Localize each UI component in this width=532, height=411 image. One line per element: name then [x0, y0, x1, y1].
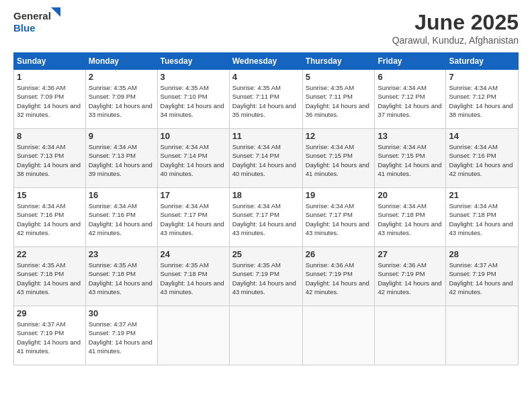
day-info: Sunrise: 4:37 AM Sunset: 7:19 PM Dayligh…: [89, 320, 154, 355]
day-info: Sunrise: 4:35 AM Sunset: 7:18 PM Dayligh…: [17, 261, 83, 296]
day-number: 9: [89, 131, 154, 141]
calendar-cell: 20 Sunrise: 4:34 AM Sunset: 7:18 PM Dayl…: [375, 188, 446, 247]
day-info: Sunrise: 4:36 AM Sunset: 7:09 PM Dayligh…: [17, 83, 83, 119]
calendar-cell: [157, 306, 229, 365]
day-number: 11: [232, 131, 300, 141]
day-number: 5: [306, 72, 372, 82]
col-tuesday: Tuesday: [157, 53, 229, 70]
calendar-cell: 26 Sunrise: 4:36 AM Sunset: 7:19 PM Dayl…: [302, 247, 375, 306]
calendar-cell: 24 Sunrise: 4:35 AM Sunset: 7:18 PM Dayl…: [157, 247, 229, 306]
day-info: Sunrise: 4:34 AM Sunset: 7:13 PM Dayligh…: [17, 142, 83, 178]
day-number: 16: [89, 190, 154, 200]
col-friday: Friday: [375, 53, 446, 70]
calendar-cell: 21 Sunrise: 4:34 AM Sunset: 7:18 PM Dayl…: [446, 188, 519, 247]
day-number: 6: [378, 72, 443, 82]
calendar-cell: 4 Sunrise: 4:35 AM Sunset: 7:11 PM Dayli…: [229, 70, 302, 129]
day-number: 27: [378, 249, 443, 259]
calendar-cell: 10 Sunrise: 4:34 AM Sunset: 7:14 PM Dayl…: [157, 129, 229, 188]
day-number: 17: [161, 190, 226, 200]
calendar-cell: [229, 306, 302, 365]
day-info: Sunrise: 4:34 AM Sunset: 7:18 PM Dayligh…: [378, 201, 443, 237]
day-info: Sunrise: 4:34 AM Sunset: 7:14 PM Dayligh…: [161, 142, 226, 178]
day-info: Sunrise: 4:34 AM Sunset: 7:13 PM Dayligh…: [89, 142, 154, 178]
day-number: 15: [17, 190, 83, 200]
day-number: 22: [17, 249, 83, 259]
day-number: 3: [161, 72, 226, 82]
day-info: Sunrise: 4:35 AM Sunset: 7:19 PM Dayligh…: [232, 261, 300, 296]
calendar-cell: 12 Sunrise: 4:34 AM Sunset: 7:15 PM Dayl…: [302, 129, 375, 188]
day-info: Sunrise: 4:35 AM Sunset: 7:09 PM Dayligh…: [89, 83, 154, 119]
calendar-week-row: 29 Sunrise: 4:37 AM Sunset: 7:19 PM Dayl…: [14, 306, 519, 365]
calendar-cell: 1 Sunrise: 4:36 AM Sunset: 7:09 PM Dayli…: [14, 70, 86, 129]
month-title: June 2025: [392, 10, 519, 35]
calendar-cell: [375, 306, 446, 365]
day-number: 23: [89, 249, 154, 259]
day-number: 21: [449, 190, 515, 200]
day-number: 2: [89, 72, 154, 82]
day-info: Sunrise: 4:37 AM Sunset: 7:19 PM Dayligh…: [17, 320, 83, 355]
calendar-cell: 29 Sunrise: 4:37 AM Sunset: 7:19 PM Dayl…: [14, 306, 86, 365]
day-info: Sunrise: 4:34 AM Sunset: 7:15 PM Dayligh…: [306, 142, 372, 178]
day-number: 25: [232, 249, 300, 259]
col-saturday: Saturday: [446, 53, 519, 70]
calendar-cell: 16 Sunrise: 4:34 AM Sunset: 7:16 PM Dayl…: [85, 188, 157, 247]
calendar-header-row: Sunday Monday Tuesday Wednesday Thursday…: [14, 53, 519, 70]
calendar-cell: 23 Sunrise: 4:35 AM Sunset: 7:18 PM Dayl…: [85, 247, 157, 306]
calendar-week-row: 22 Sunrise: 4:35 AM Sunset: 7:18 PM Dayl…: [14, 247, 519, 306]
day-number: 14: [449, 131, 515, 141]
calendar-week-row: 15 Sunrise: 4:34 AM Sunset: 7:16 PM Dayl…: [14, 188, 519, 247]
day-info: Sunrise: 4:34 AM Sunset: 7:12 PM Dayligh…: [378, 83, 443, 119]
calendar-cell: 3 Sunrise: 4:35 AM Sunset: 7:10 PM Dayli…: [157, 70, 229, 129]
calendar-cell: 19 Sunrise: 4:34 AM Sunset: 7:17 PM Dayl…: [302, 188, 375, 247]
calendar-cell: [446, 306, 519, 365]
day-info: Sunrise: 4:34 AM Sunset: 7:17 PM Dayligh…: [232, 201, 300, 237]
logo: General Blue: [13, 10, 51, 34]
calendar-week-row: 8 Sunrise: 4:34 AM Sunset: 7:13 PM Dayli…: [14, 129, 519, 188]
day-number: 12: [306, 131, 372, 141]
calendar-cell: 7 Sunrise: 4:34 AM Sunset: 7:12 PM Dayli…: [446, 70, 519, 129]
day-number: 13: [378, 131, 443, 141]
col-thursday: Thursday: [302, 53, 375, 70]
day-number: 7: [449, 72, 515, 82]
calendar-cell: 27 Sunrise: 4:36 AM Sunset: 7:19 PM Dayl…: [375, 247, 446, 306]
day-info: Sunrise: 4:37 AM Sunset: 7:19 PM Dayligh…: [449, 261, 515, 296]
calendar-cell: 9 Sunrise: 4:34 AM Sunset: 7:13 PM Dayli…: [85, 129, 157, 188]
day-number: 24: [161, 249, 226, 259]
calendar-cell: 14 Sunrise: 4:34 AM Sunset: 7:16 PM Dayl…: [446, 129, 519, 188]
day-info: Sunrise: 4:34 AM Sunset: 7:15 PM Dayligh…: [378, 142, 443, 178]
day-number: 30: [89, 308, 154, 318]
day-number: 28: [449, 249, 515, 259]
day-number: 1: [17, 72, 83, 82]
location: Qarawul, Kunduz, Afghanistan: [392, 35, 519, 46]
calendar-cell: 18 Sunrise: 4:34 AM Sunset: 7:17 PM Dayl…: [229, 188, 302, 247]
day-info: Sunrise: 4:34 AM Sunset: 7:16 PM Dayligh…: [17, 201, 83, 237]
calendar-cell: 15 Sunrise: 4:34 AM Sunset: 7:16 PM Dayl…: [14, 188, 86, 247]
day-info: Sunrise: 4:34 AM Sunset: 7:14 PM Dayligh…: [232, 142, 300, 178]
day-number: 4: [232, 72, 300, 82]
day-info: Sunrise: 4:34 AM Sunset: 7:17 PM Dayligh…: [306, 201, 372, 237]
page: General Blue June 2025 Qarawul, Kunduz, …: [0, 0, 532, 411]
calendar-cell: 5 Sunrise: 4:35 AM Sunset: 7:11 PM Dayli…: [302, 70, 375, 129]
day-number: 29: [17, 308, 83, 318]
calendar-cell: [302, 306, 375, 365]
calendar-cell: 28 Sunrise: 4:37 AM Sunset: 7:19 PM Dayl…: [446, 247, 519, 306]
day-info: Sunrise: 4:34 AM Sunset: 7:18 PM Dayligh…: [449, 201, 515, 237]
logo-blue: Blue: [13, 22, 36, 34]
calendar-cell: 22 Sunrise: 4:35 AM Sunset: 7:18 PM Dayl…: [14, 247, 86, 306]
svg-marker-0: [51, 7, 60, 17]
day-info: Sunrise: 4:34 AM Sunset: 7:16 PM Dayligh…: [89, 201, 154, 237]
calendar-cell: 6 Sunrise: 4:34 AM Sunset: 7:12 PM Dayli…: [375, 70, 446, 129]
day-info: Sunrise: 4:35 AM Sunset: 7:10 PM Dayligh…: [161, 83, 226, 119]
calendar-cell: 13 Sunrise: 4:34 AM Sunset: 7:15 PM Dayl…: [375, 129, 446, 188]
day-number: 20: [378, 190, 443, 200]
day-info: Sunrise: 4:35 AM Sunset: 7:11 PM Dayligh…: [306, 83, 372, 119]
calendar-cell: 8 Sunrise: 4:34 AM Sunset: 7:13 PM Dayli…: [14, 129, 86, 188]
day-info: Sunrise: 4:34 AM Sunset: 7:17 PM Dayligh…: [161, 201, 226, 237]
day-number: 26: [306, 249, 372, 259]
day-info: Sunrise: 4:34 AM Sunset: 7:12 PM Dayligh…: [449, 83, 515, 119]
day-info: Sunrise: 4:36 AM Sunset: 7:19 PM Dayligh…: [378, 261, 443, 296]
calendar-cell: 2 Sunrise: 4:35 AM Sunset: 7:09 PM Dayli…: [85, 70, 157, 129]
day-number: 19: [306, 190, 372, 200]
calendar-cell: 11 Sunrise: 4:34 AM Sunset: 7:14 PM Dayl…: [229, 129, 302, 188]
calendar-cell: 25 Sunrise: 4:35 AM Sunset: 7:19 PM Dayl…: [229, 247, 302, 306]
